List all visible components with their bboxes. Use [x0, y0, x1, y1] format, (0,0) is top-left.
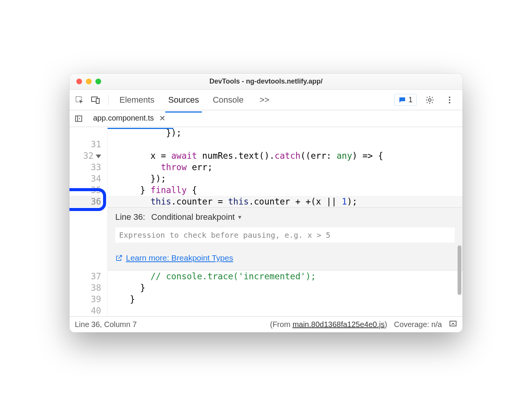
line-number[interactable]: 37 [69, 271, 101, 282]
tab-sources[interactable]: Sources [167, 91, 201, 109]
code-line[interactable] [108, 139, 463, 150]
line-number[interactable]: 31 [69, 139, 101, 150]
svg-point-4 [449, 97, 450, 98]
code-line[interactable]: // console.trace('incremented'); [108, 271, 463, 282]
coverage-status: Coverage: n/a [394, 320, 442, 329]
file-tab[interactable]: app.component.ts ✕ [92, 111, 167, 126]
code-line[interactable]: throw err; [108, 161, 463, 173]
code-line[interactable] [108, 305, 463, 316]
messages-count: 1 [408, 95, 413, 104]
code-line[interactable]: } finally { [108, 184, 463, 196]
source-map-from: (From main.80d1368fa125e4e0.js) [270, 320, 387, 329]
settings-icon[interactable] [423, 93, 437, 107]
chevron-down-icon: ▼ [237, 214, 242, 220]
conditional-breakpoint-panel: Line 36: Conditional breakpoint ▼ Learn … [108, 207, 463, 271]
line-number[interactable]: 35 [69, 184, 101, 196]
learn-more-link[interactable]: Learn more: Breakpoint Types [115, 253, 455, 263]
devtools-window: DevTools - ng-devtools.netlify.app/ Elem… [69, 74, 463, 332]
code-line[interactable]: }); [108, 127, 463, 139]
svg-point-5 [449, 99, 450, 101]
source-map-file-link[interactable]: main.80d1368fa125e4e0.js [292, 320, 384, 329]
line-number[interactable]: 40 [69, 305, 101, 316]
main-toolbar: Elements Sources Console >> 1 [69, 90, 463, 110]
device-toolbar-icon[interactable] [89, 93, 102, 107]
kebab-menu-icon[interactable] [443, 93, 456, 107]
breakpoint-line-label: Line 36: [115, 212, 145, 222]
svg-rect-7 [76, 116, 82, 121]
cursor-position: Line 36, Column 7 [75, 320, 137, 329]
code-line[interactable]: } [108, 282, 463, 293]
line-number[interactable]: 32 [69, 150, 101, 161]
code-line[interactable]: x = await numRes.text().catch((err: any)… [108, 150, 463, 161]
file-tab-name: app.component.ts [93, 114, 154, 122]
line-number[interactable]: 38 [69, 282, 101, 293]
messages-badge[interactable]: 1 [394, 94, 417, 106]
svg-point-3 [429, 98, 431, 101]
file-tabs-bar: app.component.ts ✕ [69, 110, 463, 127]
svg-point-6 [449, 102, 450, 103]
breakpoint-panel-row: Line 36: Conditional breakpoint ▼ Learn … [69, 207, 463, 271]
scrollbar-thumb[interactable] [458, 245, 461, 295]
breakpoint-type-label: Conditional breakpoint [151, 212, 235, 222]
navigator-toggle-icon[interactable] [71, 111, 86, 126]
inspect-element-icon[interactable] [73, 93, 86, 107]
window-title: DevTools - ng-devtools.netlify.app/ [69, 77, 463, 85]
svg-rect-2 [96, 98, 99, 103]
learn-more-text: Learn more: Breakpoint Types [126, 253, 233, 263]
line-number[interactable] [69, 127, 101, 139]
breakpoint-condition-input[interactable] [115, 227, 455, 243]
code-line[interactable]: }); [108, 173, 463, 184]
status-bar: Line 36, Column 7 (From main.80d1368fa12… [69, 316, 463, 332]
code-editor[interactable]: 313233343536 }); x = await numRes.text()… [69, 127, 463, 207]
tab-elements[interactable]: Elements [118, 91, 156, 109]
toolbar-separator [108, 95, 109, 105]
close-file-icon[interactable]: ✕ [159, 114, 166, 123]
code-line[interactable]: } [108, 293, 463, 305]
line-number[interactable]: 33 [69, 161, 101, 173]
line-number[interactable]: 39 [69, 293, 101, 305]
more-tabs-button[interactable]: >> [260, 95, 269, 105]
code-editor-after[interactable]: 37383940 // console.trace('incremented')… [69, 271, 463, 316]
titlebar: DevTools - ng-devtools.netlify.app/ [69, 74, 463, 90]
panel-tabs: Elements Sources Console >> [118, 91, 269, 109]
line-number[interactable]: 34 [69, 173, 101, 184]
drawer-toggle-icon[interactable] [449, 319, 457, 330]
line-number[interactable]: 36 [69, 196, 101, 207]
tab-console[interactable]: Console [211, 91, 245, 109]
breakpoint-type-dropdown[interactable]: Conditional breakpoint ▼ [151, 212, 242, 222]
code-line[interactable]: this.counter = this.counter + +(x || 1); [108, 196, 463, 207]
